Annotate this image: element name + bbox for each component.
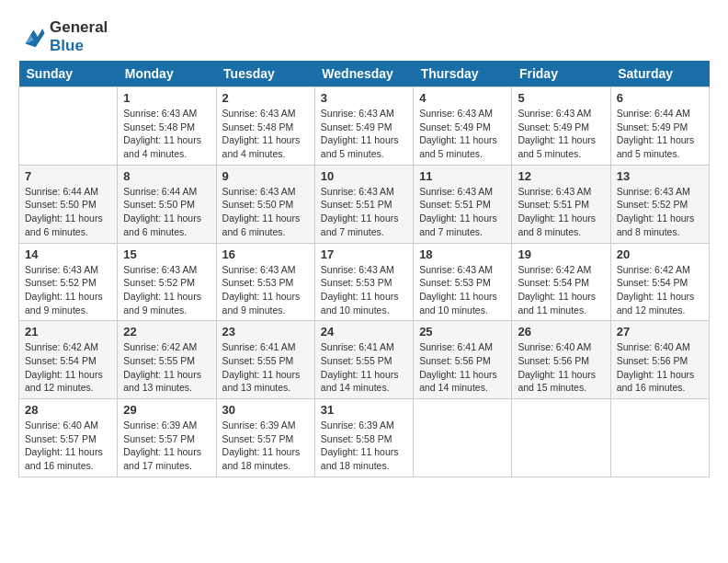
- calendar-cell: 29Sunrise: 6:39 AMSunset: 5:57 PMDayligh…: [118, 399, 216, 477]
- day-header-wednesday: Wednesday: [314, 61, 413, 87]
- day-info: Sunrise: 6:42 AMSunset: 5:54 PMDaylight:…: [518, 263, 604, 317]
- page-header: General Blue: [18, 18, 710, 55]
- day-number: 11: [419, 169, 506, 183]
- calendar-week-row: 21Sunrise: 6:42 AMSunset: 5:54 PMDayligh…: [19, 321, 710, 399]
- day-info: Sunrise: 6:43 AMSunset: 5:48 PMDaylight:…: [123, 107, 210, 161]
- day-number: 30: [222, 403, 309, 417]
- day-number: 21: [25, 325, 111, 339]
- calendar-cell: 14Sunrise: 6:43 AMSunset: 5:52 PMDayligh…: [19, 243, 118, 321]
- day-number: 25: [419, 325, 506, 339]
- day-info: Sunrise: 6:43 AMSunset: 5:49 PMDaylight:…: [419, 107, 506, 161]
- day-header-friday: Friday: [512, 61, 610, 87]
- day-number: 29: [123, 403, 210, 417]
- calendar-cell: 2Sunrise: 6:43 AMSunset: 5:48 PMDaylight…: [216, 87, 314, 166]
- calendar-week-row: 14Sunrise: 6:43 AMSunset: 5:52 PMDayligh…: [19, 243, 710, 321]
- calendar-cell: 19Sunrise: 6:42 AMSunset: 5:54 PMDayligh…: [512, 243, 610, 321]
- calendar-cell: 25Sunrise: 6:41 AMSunset: 5:56 PMDayligh…: [414, 321, 512, 399]
- day-number: 19: [518, 247, 604, 261]
- calendar-cell: 4Sunrise: 6:43 AMSunset: 5:49 PMDaylight…: [414, 87, 512, 166]
- day-info: Sunrise: 6:43 AMSunset: 5:51 PMDaylight:…: [518, 185, 604, 239]
- day-info: Sunrise: 6:41 AMSunset: 5:55 PMDaylight:…: [222, 340, 309, 395]
- day-info: Sunrise: 6:42 AMSunset: 5:55 PMDaylight:…: [123, 340, 210, 395]
- day-info: Sunrise: 6:43 AMSunset: 5:52 PMDaylight:…: [123, 263, 210, 317]
- calendar-cell: 18Sunrise: 6:43 AMSunset: 5:53 PMDayligh…: [414, 243, 512, 321]
- day-info: Sunrise: 6:44 AMSunset: 5:49 PMDaylight:…: [617, 107, 703, 161]
- calendar-cell: [414, 399, 512, 477]
- day-number: 17: [321, 247, 407, 261]
- calendar-cell: 13Sunrise: 6:43 AMSunset: 5:52 PMDayligh…: [610, 165, 709, 243]
- day-number: 27: [617, 325, 703, 339]
- day-header-monday: Monday: [118, 61, 216, 87]
- day-info: Sunrise: 6:42 AMSunset: 5:54 PMDaylight:…: [25, 340, 111, 395]
- day-info: Sunrise: 6:43 AMSunset: 5:52 PMDaylight:…: [25, 263, 111, 317]
- calendar-cell: [610, 399, 709, 477]
- logo-text: General Blue: [50, 18, 108, 55]
- day-number: 15: [123, 247, 210, 261]
- day-info: Sunrise: 6:43 AMSunset: 5:53 PMDaylight:…: [222, 263, 309, 317]
- day-info: Sunrise: 6:43 AMSunset: 5:49 PMDaylight:…: [321, 107, 407, 161]
- day-number: 1: [123, 91, 210, 105]
- day-number: 31: [321, 403, 407, 417]
- day-info: Sunrise: 6:43 AMSunset: 5:49 PMDaylight:…: [518, 107, 604, 161]
- calendar-table: SundayMondayTuesdayWednesdayThursdayFrid…: [18, 61, 710, 477]
- calendar-week-row: 28Sunrise: 6:40 AMSunset: 5:57 PMDayligh…: [19, 399, 710, 477]
- calendar-cell: 5Sunrise: 6:43 AMSunset: 5:49 PMDaylight…: [512, 87, 610, 166]
- day-number: 3: [321, 91, 407, 105]
- calendar-cell: 7Sunrise: 6:44 AMSunset: 5:50 PMDaylight…: [19, 165, 118, 243]
- day-number: 12: [518, 169, 604, 183]
- calendar-cell: 9Sunrise: 6:43 AMSunset: 5:50 PMDaylight…: [216, 165, 314, 243]
- day-number: 23: [222, 325, 309, 339]
- calendar-cell: 28Sunrise: 6:40 AMSunset: 5:57 PMDayligh…: [19, 399, 118, 477]
- calendar-cell: 1Sunrise: 6:43 AMSunset: 5:48 PMDaylight…: [118, 87, 216, 166]
- day-number: 24: [321, 325, 407, 339]
- logo-icon: [18, 23, 46, 51]
- day-info: Sunrise: 6:39 AMSunset: 5:57 PMDaylight:…: [222, 419, 309, 473]
- day-header-thursday: Thursday: [414, 61, 512, 87]
- calendar-cell: 22Sunrise: 6:42 AMSunset: 5:55 PMDayligh…: [118, 321, 216, 399]
- calendar-cell: 27Sunrise: 6:40 AMSunset: 5:56 PMDayligh…: [610, 321, 709, 399]
- day-number: 18: [419, 247, 506, 261]
- day-info: Sunrise: 6:44 AMSunset: 5:50 PMDaylight:…: [25, 185, 111, 239]
- logo: General Blue: [18, 18, 108, 55]
- day-info: Sunrise: 6:43 AMSunset: 5:51 PMDaylight:…: [321, 185, 407, 239]
- day-number: 10: [321, 169, 407, 183]
- day-info: Sunrise: 6:43 AMSunset: 5:52 PMDaylight:…: [617, 185, 703, 239]
- day-number: 8: [123, 169, 210, 183]
- day-info: Sunrise: 6:43 AMSunset: 5:48 PMDaylight:…: [222, 107, 309, 161]
- calendar-cell: 17Sunrise: 6:43 AMSunset: 5:53 PMDayligh…: [314, 243, 413, 321]
- svg-marker-0: [26, 29, 45, 47]
- calendar-week-row: 7Sunrise: 6:44 AMSunset: 5:50 PMDaylight…: [19, 165, 710, 243]
- calendar-cell: 10Sunrise: 6:43 AMSunset: 5:51 PMDayligh…: [314, 165, 413, 243]
- day-info: Sunrise: 6:39 AMSunset: 5:57 PMDaylight:…: [123, 419, 210, 473]
- calendar-cell: [19, 87, 118, 166]
- calendar-cell: 15Sunrise: 6:43 AMSunset: 5:52 PMDayligh…: [118, 243, 216, 321]
- day-number: 20: [617, 247, 703, 261]
- day-info: Sunrise: 6:39 AMSunset: 5:58 PMDaylight:…: [321, 419, 407, 473]
- calendar-cell: 16Sunrise: 6:43 AMSunset: 5:53 PMDayligh…: [216, 243, 314, 321]
- day-info: Sunrise: 6:41 AMSunset: 5:56 PMDaylight:…: [419, 340, 506, 395]
- calendar-cell: [512, 399, 610, 477]
- day-info: Sunrise: 6:43 AMSunset: 5:50 PMDaylight:…: [222, 185, 309, 239]
- day-number: 14: [25, 247, 111, 261]
- calendar-cell: 30Sunrise: 6:39 AMSunset: 5:57 PMDayligh…: [216, 399, 314, 477]
- day-number: 28: [25, 403, 111, 417]
- calendar-week-row: 1Sunrise: 6:43 AMSunset: 5:48 PMDaylight…: [19, 87, 710, 166]
- day-info: Sunrise: 6:43 AMSunset: 5:51 PMDaylight:…: [419, 185, 506, 239]
- day-header-saturday: Saturday: [610, 61, 709, 87]
- day-number: 26: [518, 325, 604, 339]
- day-number: 7: [25, 169, 111, 183]
- calendar-cell: 8Sunrise: 6:44 AMSunset: 5:50 PMDaylight…: [118, 165, 216, 243]
- day-header-tuesday: Tuesday: [216, 61, 314, 87]
- day-info: Sunrise: 6:43 AMSunset: 5:53 PMDaylight:…: [321, 263, 407, 317]
- day-info: Sunrise: 6:40 AMSunset: 5:57 PMDaylight:…: [25, 419, 111, 473]
- day-number: 13: [617, 169, 703, 183]
- day-number: 16: [222, 247, 309, 261]
- calendar-cell: 12Sunrise: 6:43 AMSunset: 5:51 PMDayligh…: [512, 165, 610, 243]
- day-info: Sunrise: 6:40 AMSunset: 5:56 PMDaylight:…: [617, 340, 703, 395]
- calendar-cell: 20Sunrise: 6:42 AMSunset: 5:54 PMDayligh…: [610, 243, 709, 321]
- day-number: 5: [518, 91, 604, 105]
- day-info: Sunrise: 6:41 AMSunset: 5:55 PMDaylight:…: [321, 340, 407, 395]
- calendar-cell: 31Sunrise: 6:39 AMSunset: 5:58 PMDayligh…: [314, 399, 413, 477]
- calendar-cell: 26Sunrise: 6:40 AMSunset: 5:56 PMDayligh…: [512, 321, 610, 399]
- day-number: 2: [222, 91, 309, 105]
